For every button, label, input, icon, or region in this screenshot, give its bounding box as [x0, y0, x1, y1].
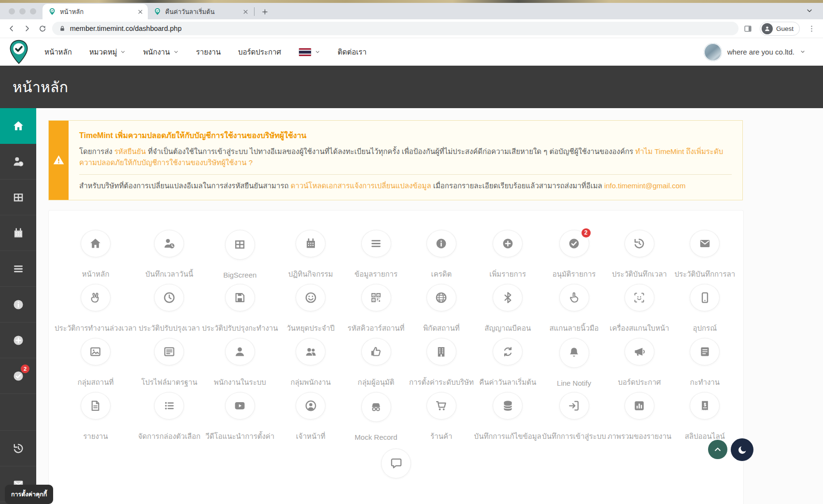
grid-item-circle[interactable] — [690, 392, 720, 420]
cookie-settings-tooltip[interactable]: การตั้งค่าคุกกี้ — [5, 485, 53, 504]
grid-item[interactable]: เพิ่มรายการ — [474, 230, 541, 280]
nav-item-ติดต่อเรา[interactable]: ติดต่อเรา — [338, 46, 367, 58]
grid-item-circle[interactable] — [225, 338, 255, 365]
forward-button[interactable] — [21, 23, 33, 34]
nav-item-รายงาน[interactable]: รายงาน — [196, 46, 221, 58]
grid-item-circle[interactable]: 2 — [559, 230, 589, 257]
banner-link[interactable]: รหัสยืนยัน — [114, 147, 146, 155]
browser-profile-button[interactable]: Guest — [760, 22, 800, 36]
grid-item-circle[interactable] — [81, 338, 111, 365]
grid-item[interactable]: กลุ่มสถานที่ — [55, 338, 137, 388]
grid-item[interactable]: บอร์ดประกาศ — [607, 338, 672, 388]
side-panel-icon[interactable] — [742, 23, 754, 34]
grid-item-circle[interactable] — [426, 230, 456, 257]
grid-item[interactable]: ข้อมูลรายการ — [343, 230, 409, 280]
window-minimize-icon[interactable] — [19, 8, 26, 14]
nav-item-บอร์ดประกาศ[interactable]: บอร์ดประกาศ — [238, 46, 281, 58]
grid-item-circle[interactable] — [624, 230, 654, 257]
grid-item-circle[interactable] — [624, 338, 654, 365]
new-tab-button[interactable] — [258, 5, 271, 18]
grid-item-circle[interactable] — [426, 392, 456, 420]
grid-item[interactable]: วันหยุดประจำปี — [278, 284, 343, 334]
grid-item[interactable]: บันทึกเวลาวันนี้ — [137, 230, 202, 280]
grid-item[interactable]: ประวัติการทำงานล่วงเวลา — [55, 284, 137, 334]
grid-item-circle[interactable] — [81, 392, 111, 420]
grid-item[interactable]: ร้านค้า — [409, 392, 474, 442]
grid-item[interactable]: พิกัดสถานที่ — [409, 284, 474, 334]
grid-item-circle[interactable] — [493, 392, 523, 420]
browser-menu-icon[interactable] — [806, 23, 817, 34]
grid-item-circle[interactable] — [81, 230, 111, 257]
tab-overflow-chevron-icon[interactable] — [806, 7, 813, 16]
grid-item-circle[interactable] — [225, 284, 255, 311]
grid-item[interactable]: วีดีโอแนะนำการตั้งค่า — [202, 392, 278, 442]
grid-item-circle[interactable] — [361, 392, 391, 422]
grid-item[interactable]: เจ้าหน้าที่ — [278, 392, 343, 442]
grid-item[interactable]: บันทึกการเข้าสู่ระบบ — [541, 392, 607, 442]
grid-item-circle[interactable] — [493, 284, 523, 311]
grid-item[interactable]: เครดิต — [409, 230, 474, 280]
grid-item-circle[interactable] — [559, 392, 589, 420]
grid-item-circle[interactable] — [225, 230, 255, 260]
grid-item-circle[interactable] — [296, 284, 326, 311]
window-zoom-icon[interactable] — [30, 8, 36, 14]
grid-item[interactable]: อุปกรณ์ — [672, 284, 738, 334]
back-button[interactable] — [6, 23, 17, 34]
timemint-logo-icon[interactable] — [8, 40, 30, 65]
grid-item[interactable]: ประวัติปรับปรุงเวลา — [137, 284, 202, 334]
grid-item-circle[interactable] — [559, 284, 589, 311]
window-close-icon[interactable] — [9, 8, 15, 14]
banner-link[interactable]: ดาวน์โหลดเอกสารแจ้งการเปลี่ยนแปลงข้อมูล — [291, 182, 431, 190]
grid-item-circle[interactable] — [361, 230, 391, 257]
scroll-to-top-button[interactable] — [708, 440, 727, 459]
url-field[interactable]: member.timemint.co/dashboard.php — [52, 22, 738, 35]
grid-item[interactable]: Line Notify — [541, 338, 607, 388]
browser-tab[interactable]: คืนค่าวันลาเริ่มต้น — [148, 4, 253, 19]
grid-item-circle[interactable] — [426, 284, 456, 311]
grid-item-circle[interactable] — [690, 338, 720, 365]
grid-item-circle[interactable] — [624, 392, 654, 420]
grid-item-circle[interactable] — [296, 338, 326, 365]
grid-item[interactable]: เครื่องสแกนใบหน้า — [607, 284, 672, 334]
grid-item[interactable]: BigScreen — [202, 230, 278, 280]
grid-item[interactable]: คืนค่าวันลาเริ่มต้น — [474, 338, 541, 388]
grid-item-circle[interactable] — [296, 230, 326, 257]
grid-item-circle[interactable] — [81, 284, 111, 311]
dark-mode-button[interactable] — [731, 438, 753, 461]
grid-item[interactable]: หน้าหลัก — [55, 230, 137, 280]
grid-item[interactable]: สแกนลายนิ้วมือ — [541, 284, 607, 334]
grid-item[interactable]: กลุ่มผู้อนุมัติ — [343, 338, 409, 388]
grid-item[interactable]: กลุ่มพนักงาน — [278, 338, 343, 388]
sidebar-item-credit[interactable] — [0, 287, 36, 322]
grid-item-circle[interactable] — [381, 448, 411, 478]
grid-item[interactable]: พนักงานในระบบ — [202, 338, 278, 388]
window-controls[interactable] — [9, 8, 36, 14]
sidebar-item-items[interactable] — [0, 251, 36, 287]
grid-item-circle[interactable] — [296, 392, 326, 420]
sidebar-item-add-item[interactable] — [0, 322, 36, 358]
grid-item[interactable]: ประวัติบันทึกการลา — [672, 230, 738, 280]
grid-item-circle[interactable] — [154, 338, 184, 365]
grid-item[interactable]: 2อนุมัติรายการ — [541, 230, 607, 280]
nav-item-หมวดหมู่[interactable]: หมวดหมู่ — [89, 46, 126, 58]
grid-item[interactable]: การตั้งค่าระดับบริษัท — [409, 338, 474, 388]
grid-item[interactable]: จัดการกล่องตัวเลือก — [137, 392, 202, 442]
grid-item[interactable]: Mock Record — [343, 392, 409, 442]
grid-item[interactable]: รายงาน — [55, 392, 137, 442]
nav-item-หน้าหลัก[interactable]: หน้าหลัก — [44, 46, 72, 58]
tab-close-icon[interactable] — [242, 8, 249, 15]
grid-item[interactable]: กะทำงาน — [672, 338, 738, 388]
grid-item[interactable]: ประวัติปรับปรุงกะทำงาน — [202, 284, 278, 334]
sidebar-item-approve[interactable]: 2 — [0, 358, 36, 394]
grid-item[interactable]: บันทึกการแก้ไขข้อมูล — [474, 392, 541, 442]
grid-item-circle[interactable] — [559, 338, 589, 368]
sidebar-item-calendar[interactable] — [0, 215, 36, 251]
browser-tab[interactable]: หน้าหลัก — [43, 4, 148, 19]
grid-item[interactable]: สลิปออนไลน์ — [672, 392, 738, 442]
grid-item[interactable]: ปฏิทินกิจกรรม — [278, 230, 343, 280]
grid-item[interactable]: สัญญาณบีคอน — [474, 284, 541, 334]
grid-item-circle[interactable] — [493, 230, 523, 257]
grid-item-circle[interactable] — [493, 338, 523, 365]
grid-item-circle[interactable] — [154, 392, 184, 420]
grid-item-circle[interactable] — [361, 284, 391, 311]
